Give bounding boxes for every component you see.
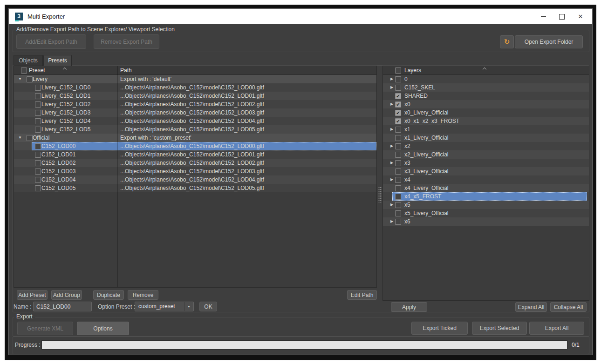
add-preset-button[interactable]: Add Preset: [17, 290, 48, 300]
row-checkbox[interactable]: [35, 110, 41, 116]
option-preset-dropdown[interactable]: custom_preset ▼: [135, 302, 194, 311]
layer-checkbox[interactable]: [395, 194, 401, 200]
layer-checkbox[interactable]: [395, 202, 401, 208]
layer-row[interactable]: ▶x3: [383, 159, 589, 167]
remove-button[interactable]: Remove: [128, 290, 158, 300]
apply-button[interactable]: Apply: [391, 302, 427, 312]
preset-row[interactable]: Livery_C152_LOD4...Objects\Airplanes\Aso…: [14, 117, 376, 125]
layer-row[interactable]: ▶✔x0: [383, 100, 589, 108]
layer-checkbox[interactable]: ✔: [395, 118, 401, 124]
expand-arrow-icon[interactable]: ▶: [390, 83, 393, 92]
expand-arrow-icon[interactable]: ▶: [390, 125, 393, 134]
edit-path-button[interactable]: Edit Path: [347, 290, 377, 300]
options-button[interactable]: Options: [77, 322, 129, 335]
layer-row[interactable]: ▶x6: [383, 217, 589, 226]
layer-row[interactable]: x3_Livery_Official: [383, 167, 589, 175]
preset-row[interactable]: Livery_C152_LOD5...Objects\Airplanes\Aso…: [14, 125, 376, 134]
expand-arrow-icon[interactable]: ▶: [390, 217, 393, 226]
expand-arrow-icon[interactable]: ▶: [390, 100, 393, 108]
layer-checkbox[interactable]: [395, 152, 401, 158]
duplicate-button[interactable]: Duplicate: [93, 290, 124, 300]
preset-row[interactable]: C152_LOD04...Objects\Airplanes\Asobo_C15…: [14, 175, 376, 184]
layer-row[interactable]: ▶x4: [383, 175, 589, 184]
layer-row[interactable]: x4_Livery_Official: [383, 184, 589, 192]
layer-checkbox[interactable]: [395, 76, 401, 82]
collapse-all-button[interactable]: Collapse All: [550, 302, 587, 312]
expand-all-button[interactable]: Expand All: [515, 302, 547, 312]
layer-row[interactable]: ▶0: [383, 75, 589, 83]
preset-row[interactable]: C152_LOD01...Objects\Airplanes\Asobo_C15…: [14, 150, 376, 159]
layers-select-all-checkbox[interactable]: [395, 67, 401, 74]
preset-row[interactable]: C152_LOD00...Objects\Airplanes\Asobo_C15…: [14, 142, 376, 150]
preset-row[interactable]: C152_LOD03...Objects\Airplanes\Asobo_C15…: [14, 167, 376, 175]
expand-arrow-icon[interactable]: ▼: [18, 134, 22, 142]
expand-arrow-icon[interactable]: ▼: [18, 75, 22, 83]
refresh-button[interactable]: ↻: [500, 35, 514, 48]
layer-checkbox[interactable]: [395, 169, 401, 175]
row-checkbox[interactable]: [35, 85, 41, 91]
layer-row[interactable]: x2_Livery_Official: [383, 150, 589, 159]
layer-checkbox[interactable]: [395, 85, 401, 91]
remove-export-path-button[interactable]: Remove Export Path: [94, 34, 159, 49]
row-checkbox[interactable]: [27, 76, 33, 82]
layer-row[interactable]: ▶x1: [383, 125, 589, 134]
tab-presets[interactable]: Presets: [43, 55, 72, 66]
name-input[interactable]: [33, 302, 92, 311]
layer-checkbox[interactable]: [395, 185, 401, 191]
expand-arrow-icon[interactable]: ▶: [390, 175, 393, 184]
layer-checkbox[interactable]: [395, 210, 401, 216]
layer-row[interactable]: ▶x5: [383, 201, 589, 209]
tab-objects[interactable]: Objects: [14, 55, 43, 66]
preset-row[interactable]: C152_LOD05...Objects\Airplanes\Asobo_C15…: [14, 184, 376, 192]
row-checkbox[interactable]: [35, 152, 41, 158]
layer-row[interactable]: ✔SHARED: [383, 92, 589, 100]
row-checkbox[interactable]: [35, 160, 41, 166]
preset-group-row[interactable]: ▼OfficialExport with : 'custom_preset': [14, 134, 376, 142]
generate-xml-button[interactable]: Generate XML: [17, 322, 73, 335]
add-edit-export-path-button[interactable]: Add/Edit Export Path: [16, 34, 86, 49]
row-checkbox[interactable]: [35, 93, 41, 99]
row-checkbox[interactable]: [27, 135, 33, 141]
row-checkbox[interactable]: [35, 143, 41, 149]
export-ticked-button[interactable]: Export Ticked: [411, 322, 468, 335]
layer-row[interactable]: ▶C152_SKEL: [383, 83, 589, 92]
ok-button[interactable]: OK: [199, 302, 217, 311]
preset-row[interactable]: Livery_C152_LOD2...Objects\Airplanes\Aso…: [14, 100, 376, 108]
layer-checkbox[interactable]: ✔: [395, 93, 401, 99]
layer-checkbox[interactable]: [395, 177, 401, 183]
preset-column-header[interactable]: Preset: [29, 67, 45, 74]
row-checkbox[interactable]: [35, 177, 41, 183]
preset-row[interactable]: Livery_C152_LOD0...Objects\Airplanes\Aso…: [14, 83, 376, 92]
preset-row[interactable]: C152_LOD02...Objects\Airplanes\Asobo_C15…: [14, 159, 376, 167]
row-checkbox[interactable]: [35, 185, 41, 191]
preset-select-all-checkbox[interactable]: [21, 67, 27, 74]
open-export-folder-button[interactable]: Open Export Folder: [515, 35, 583, 48]
layer-checkbox[interactable]: [395, 160, 401, 166]
expand-arrow-icon[interactable]: ▶: [390, 159, 393, 167]
layer-checkbox[interactable]: [395, 135, 401, 141]
preset-row[interactable]: Livery_C152_LOD3...Objects\Airplanes\Aso…: [14, 108, 376, 117]
panel-splitter-grip[interactable]: [378, 187, 382, 202]
row-checkbox[interactable]: [35, 169, 41, 175]
layer-row[interactable]: ▶x2: [383, 142, 589, 150]
export-all-button[interactable]: Export All: [529, 322, 584, 335]
row-checkbox[interactable]: [35, 101, 41, 108]
layer-checkbox[interactable]: [395, 143, 401, 149]
row-checkbox[interactable]: [35, 127, 41, 133]
close-button[interactable]: ✕: [571, 9, 590, 24]
maximize-button[interactable]: [553, 9, 571, 24]
expand-arrow-icon[interactable]: ▶: [390, 75, 393, 83]
layer-row[interactable]: ✔x0_Livery_Official: [383, 108, 589, 117]
path-column-header[interactable]: Path: [120, 67, 132, 74]
preset-group-row[interactable]: ▼LiveryExport with : 'default': [14, 75, 376, 83]
layer-row[interactable]: x5_Livery_Official: [383, 209, 589, 217]
layer-checkbox[interactable]: ✔: [395, 101, 401, 108]
export-selected-button[interactable]: Export Selected: [472, 322, 527, 335]
layer-checkbox[interactable]: ✔: [395, 110, 401, 116]
expand-arrow-icon[interactable]: ▶: [390, 201, 393, 209]
row-checkbox[interactable]: [35, 118, 41, 124]
preset-row[interactable]: Livery_C152_LOD1...Objects\Airplanes\Aso…: [14, 92, 376, 100]
expand-arrow-icon[interactable]: ▶: [390, 142, 393, 150]
minimize-button[interactable]: [534, 9, 553, 24]
layer-checkbox[interactable]: [395, 127, 401, 133]
